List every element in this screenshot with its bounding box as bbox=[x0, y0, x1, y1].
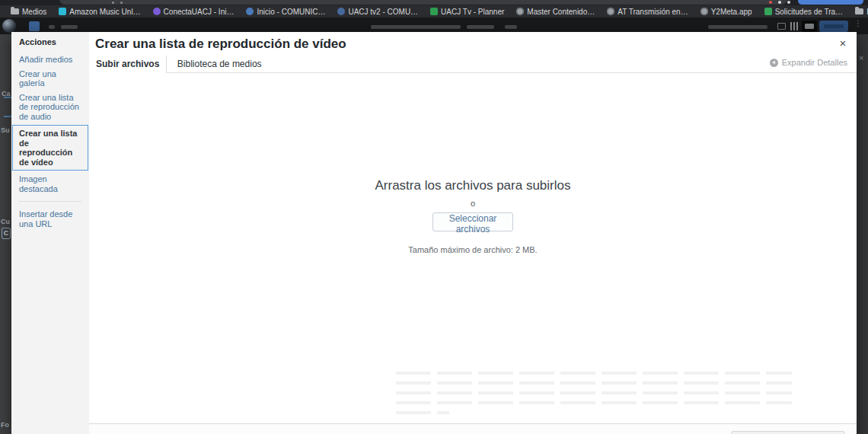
bookmark-inicio-comunic[interactable]: Inicio - COMUNIC… bbox=[240, 5, 331, 18]
bookmark-uacj-tv-planner[interactable]: UACJ Tv - Planner bbox=[424, 5, 510, 18]
background-text-fragment: Su bbox=[1, 126, 10, 134]
bookmark-solicitudes[interactable]: Solicitudes de Tra… bbox=[758, 5, 850, 18]
menu-item-create-audio-playlist[interactable]: Crear una lista de reproducción de audio bbox=[11, 91, 89, 124]
omnibox-icon bbox=[120, 2, 123, 4]
bookmark-uacj-tv2[interactable]: UACJ tv2 - COMU… bbox=[331, 5, 424, 18]
bookmark-master-contenido[interactable]: Master Contenido… bbox=[510, 5, 601, 18]
waveform-icon bbox=[790, 22, 799, 30]
bookmark-medios[interactable]: Medios bbox=[5, 5, 53, 18]
media-modal: Acciones Añadir medios Crear una galería… bbox=[11, 32, 857, 434]
drop-instructions: Arrastra los archivos para subirlos bbox=[89, 178, 857, 193]
modal-title: Crear una lista de reproducción de vídeo bbox=[89, 32, 857, 52]
bookmark-at-transmision[interactable]: AT Transmisión en… bbox=[601, 5, 694, 18]
modal-toolbar bbox=[89, 423, 857, 434]
globe-icon bbox=[516, 8, 524, 15]
menu-heading: Acciones bbox=[11, 37, 89, 46]
dimmed-text bbox=[61, 25, 78, 29]
select-files-button[interactable]: Seleccionar archivos bbox=[432, 212, 513, 231]
browser-toolbar bbox=[0, 0, 868, 5]
favicon bbox=[430, 8, 438, 15]
kebab-menu-icon: ⋮ bbox=[854, 19, 862, 27]
id-badge-icon bbox=[802, 21, 817, 32]
background-outline-fragment bbox=[4, 116, 11, 117]
menu-item-create-video-playlist[interactable]: Crear una lista de reproducción de vídeo bbox=[12, 125, 88, 171]
background-button-fragment: C bbox=[2, 228, 11, 239]
drop-separator: o bbox=[89, 199, 857, 208]
media-router: Subir archivos Biblioteca de medios Expa… bbox=[89, 56, 857, 73]
expand-details-label: Expandir Detalles bbox=[782, 58, 847, 67]
bookmark-bitacoras-agenda[interactable]: Bitácoras y Agenda bbox=[849, 5, 868, 18]
background-outline-fragment bbox=[4, 97, 11, 98]
screen: Medios Amazon Music Unl… ConectaUACJ - I… bbox=[0, 0, 868, 434]
extension-icon[interactable] bbox=[778, 1, 781, 4]
max-upload-size-note: Tamaño máximo de archivo: 2 MB. bbox=[89, 245, 857, 254]
upload-dropzone: Arrastra los archivos para subirlos o Se… bbox=[89, 178, 857, 254]
omnibox-icon bbox=[112, 2, 114, 4]
media-modal-menu: Acciones Añadir medios Crear una galería… bbox=[11, 32, 89, 434]
favicon bbox=[59, 8, 66, 15]
menu-item-create-gallery[interactable]: Crear una galería bbox=[11, 67, 89, 91]
favicon bbox=[246, 8, 254, 15]
close-icon[interactable]: × bbox=[836, 37, 850, 50]
tab-media-library[interactable]: Biblioteca de medios bbox=[171, 56, 269, 73]
globe-icon bbox=[700, 8, 708, 15]
dimmed-blue-button bbox=[819, 21, 848, 32]
wordpress-logo-icon bbox=[29, 21, 40, 31]
extension-icon[interactable] bbox=[769, 1, 772, 4]
menu-item-add-media[interactable]: Añadir medios bbox=[11, 53, 89, 67]
folder-icon bbox=[11, 8, 19, 14]
bookmark-conectauacj[interactable]: ConectaUACJ - Ini… bbox=[147, 5, 241, 18]
dimmed-text bbox=[49, 25, 55, 29]
extension-icon[interactable] bbox=[787, 1, 790, 4]
bookmark-amazon-music[interactable]: Amazon Music Unl… bbox=[53, 5, 146, 18]
dimmed-text bbox=[708, 25, 767, 29]
dimmed-text bbox=[467, 25, 494, 29]
background-text-fragment: Fo bbox=[1, 421, 9, 429]
menu-item-insert-from-url[interactable]: Insertar desde una URL bbox=[11, 207, 89, 231]
site-logo-icon bbox=[2, 19, 16, 33]
image-icon bbox=[777, 23, 786, 30]
globe-icon bbox=[607, 8, 614, 15]
favicon bbox=[764, 8, 772, 15]
dimmed-text bbox=[505, 25, 517, 29]
bookmark-y2meta[interactable]: Y2Meta.app bbox=[694, 5, 758, 18]
tab-upload-files[interactable]: Subir archivos bbox=[89, 56, 167, 73]
faint-placeholder-rows bbox=[396, 372, 792, 421]
dimmed-text bbox=[371, 25, 461, 29]
address-bar[interactable] bbox=[59, 0, 787, 5]
profile-chip[interactable] bbox=[798, 0, 863, 5]
favicon bbox=[153, 8, 161, 15]
arrow-left-circle-icon bbox=[770, 59, 778, 67]
expand-details-toggle[interactable]: Expandir Detalles bbox=[770, 58, 847, 67]
menu-item-featured-image[interactable]: Imagen destacada bbox=[11, 172, 89, 196]
menu-separator bbox=[19, 201, 81, 202]
media-modal-content: Crear una lista de reproducción de vídeo… bbox=[89, 32, 857, 434]
bookmarks-bar: Medios Amazon Music Unl… ConectaUACJ - I… bbox=[0, 5, 868, 18]
folder-icon bbox=[855, 8, 863, 14]
create-playlist-button-disabled[interactable] bbox=[731, 431, 845, 434]
background-text-fragment: Cu bbox=[1, 218, 10, 225]
favicon bbox=[337, 8, 345, 15]
background-close-icon: × bbox=[859, 53, 863, 62]
modal-overlay-right bbox=[857, 34, 868, 434]
